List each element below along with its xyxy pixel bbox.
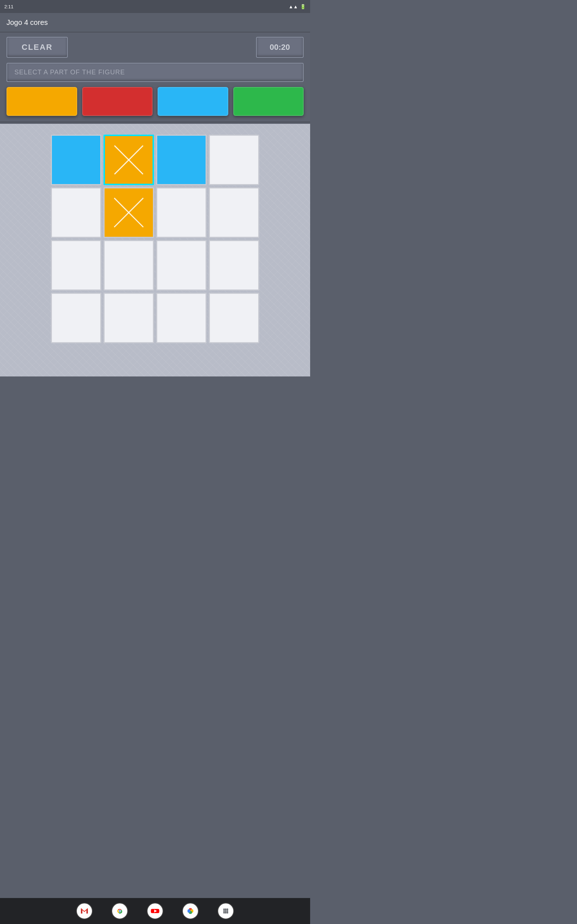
title-bar: Jogo 4 cores xyxy=(0,13,310,32)
grid-cell-3-2[interactable] xyxy=(156,293,206,343)
grid-cell-1-3[interactable] xyxy=(209,187,259,238)
grid-cell-0-0[interactable] xyxy=(51,135,102,185)
x-mark-icon xyxy=(105,136,153,184)
status-bar: 2:11 ▲▲ 🔋 xyxy=(0,0,310,13)
color-swatch-yellow[interactable] xyxy=(6,87,77,116)
grid-cell-3-1[interactable] xyxy=(103,293,154,343)
app-title: Jogo 4 cores xyxy=(6,18,48,27)
grid-cell-2-0[interactable] xyxy=(51,240,102,291)
grid-cell-1-0[interactable] xyxy=(51,187,102,238)
status-icons: ▲▲ 🔋 xyxy=(288,4,306,10)
grid-cell-0-1[interactable] xyxy=(103,135,154,185)
x-mark-icon xyxy=(105,188,153,237)
color-swatch-green[interactable] xyxy=(233,87,304,116)
color-swatch-red[interactable] xyxy=(82,87,153,116)
grid-cell-2-2[interactable] xyxy=(156,240,206,291)
grid-cell-1-1[interactable] xyxy=(103,187,154,238)
instruction-text: SELECT A PART OF THE FIGURE xyxy=(6,63,304,82)
timer-display: 00:20 xyxy=(256,37,304,58)
game-area xyxy=(0,124,310,376)
grid-cell-0-2[interactable] xyxy=(156,135,206,185)
grid-cell-3-3[interactable] xyxy=(209,293,259,343)
clear-button[interactable]: CLEAR xyxy=(6,37,68,58)
game-grid xyxy=(51,135,259,343)
grid-cell-1-2[interactable] xyxy=(156,187,206,238)
battery-icon: 🔋 xyxy=(300,4,306,10)
color-swatch-blue[interactable] xyxy=(158,87,228,116)
instruction-row: SELECT A PART OF THE FIGURE xyxy=(6,63,304,82)
grid-cell-0-3[interactable] xyxy=(209,135,259,185)
color-swatches-row xyxy=(6,87,304,116)
top-panel: CLEAR 00:20 SELECT A PART OF THE FIGURE xyxy=(0,32,310,122)
grid-cell-2-3[interactable] xyxy=(209,240,259,291)
status-time: 2:11 xyxy=(4,4,13,10)
grid-cell-3-0[interactable] xyxy=(51,293,102,343)
toolbar-row1: CLEAR 00:20 xyxy=(6,37,304,58)
grid-cell-2-1[interactable] xyxy=(103,240,154,291)
signal-icon: ▲▲ xyxy=(288,4,298,10)
